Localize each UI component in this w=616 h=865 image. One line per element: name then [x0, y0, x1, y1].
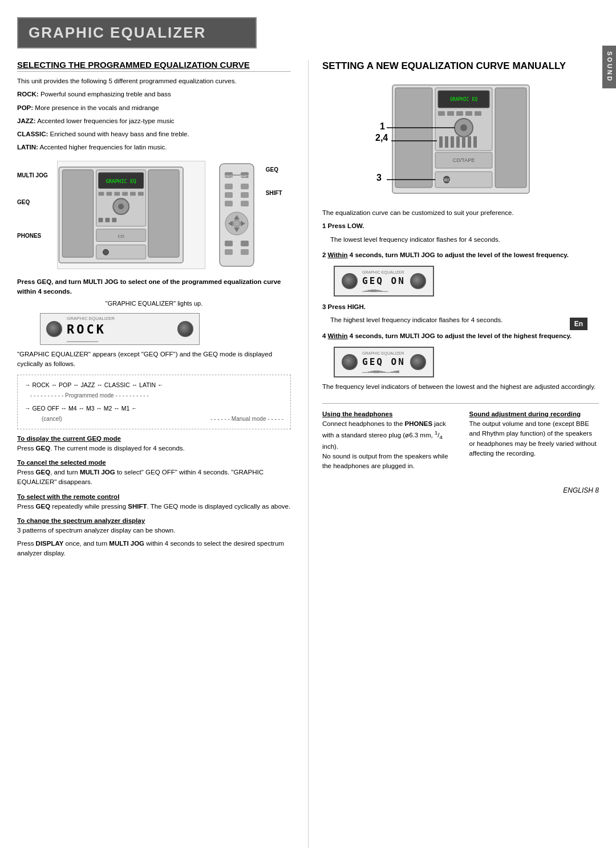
cancel-mode-title: To cancel the selected mode [17, 459, 291, 466]
svg-text:SHFT: SHFT [240, 174, 249, 178]
remote-svg: GEQ SHFT [217, 161, 257, 269]
svg-rect-50 [447, 111, 454, 116]
after-step4-text: The frequency level indicators of betwee… [322, 382, 599, 392]
display-geq-body: Press GEQ. The current mode is displayed… [17, 444, 291, 453]
cancel-mode-subsection: To cancel the selected mode Press GEQ, a… [17, 459, 291, 488]
geq-on-text-2: GEQ ON [362, 356, 406, 367]
recording-body: The output volume and tone (except BBE a… [469, 419, 599, 458]
step-4: 4 Within 4 seconds, turn MULTI JOG to ad… [322, 331, 599, 341]
headphones-section: Using the headphones Connect headphones … [322, 411, 452, 474]
svg-rect-49 [438, 111, 445, 116]
svg-text:GEQ: GEQ [225, 174, 233, 178]
svg-text:2,4: 2,4 [375, 133, 388, 143]
right-intro: The equalization curve can be customized… [322, 208, 599, 218]
curve-latin: LATIN: Accented higher frequencies for l… [17, 143, 291, 152]
spectrum-body2: Press DISPLAY once, and turn MULTI JOG w… [17, 539, 291, 559]
geq-appears-text: "GRAPHIC EQUALIZER" appears (except "GEQ… [17, 350, 291, 369]
display-geq-title: To display the current GEQ mode [17, 435, 291, 442]
svg-text:CD/TAPE: CD/TAPE [452, 157, 474, 163]
svg-rect-57 [445, 136, 448, 148]
right-column: SETTING A NEW EQUALIZATION CURVE MANUALL… [308, 60, 599, 848]
svg-text:CD: CD [117, 233, 124, 238]
curve-pop: POP: More presence in the vocals and mid… [17, 103, 291, 113]
svg-rect-28 [241, 184, 249, 189]
svg-point-13 [118, 204, 124, 209]
instruction-text: Press GEQ, and turn MULTI JOG to select … [17, 277, 291, 297]
svg-text:1: 1 [380, 121, 385, 131]
geq-on-display-1: GRAPHIC EQUALIZER GEQ ON ▁▂▃▄▄▃▂▁▁ [334, 266, 599, 297]
geq-on-text-1: GEQ ON [362, 275, 406, 286]
svg-rect-7 [106, 192, 112, 196]
svg-rect-58 [451, 136, 454, 148]
remote-control-body: Press GEQ repeatedly while pressing SHIF… [17, 502, 291, 511]
geq-on-display-2: GRAPHIC EQUALIZER GEQ ON ▁▁▂▃▄▄▃▂▁▁▂▃▄ [334, 347, 599, 377]
spectrum-title: To change the spectrum analyzer display [17, 517, 291, 524]
svg-rect-6 [98, 192, 104, 196]
svg-rect-30 [241, 192, 249, 198]
svg-rect-51 [456, 111, 463, 116]
svg-rect-27 [225, 184, 233, 189]
step-3: 3 Press HIGH. The highest level frequenc… [322, 302, 599, 326]
svg-rect-60 [462, 136, 465, 148]
svg-rect-42 [241, 249, 249, 255]
svg-rect-62 [473, 136, 477, 148]
cancel-mode-body: Press GEQ, and turn MULTI JOG to select"… [17, 468, 291, 488]
en-badge: En [570, 318, 587, 330]
bottom-section: Using the headphones Connect headphones … [322, 403, 599, 474]
curve-jazz: JAZZ: Accented lower frequencies for jaz… [17, 116, 291, 126]
svg-text:GEQ: GEQ [442, 178, 451, 182]
svg-rect-15 [105, 217, 110, 222]
left-column: SELECTING THE PROGRAMMED EQUALIZATION CU… [17, 60, 291, 848]
right-section-title: SETTING A NEW EQUALIZATION CURVE MANUALL… [322, 60, 599, 72]
rock-display: GRAPHIC EQUALIZER ROCK ▁▁▁▁▁▁▁▁▁▁▁ [40, 313, 291, 345]
curve-list: ROCK: Powerful sound emphasizing treble … [17, 90, 291, 152]
svg-rect-31 [225, 201, 233, 206]
svg-rect-10 [130, 192, 136, 196]
multi-jog-label: MULTI JOG [17, 172, 48, 178]
svg-rect-29 [225, 192, 233, 198]
svg-rect-8 [114, 192, 120, 196]
svg-rect-41 [225, 249, 233, 255]
svg-rect-44 [395, 88, 432, 188]
display-geq-subsection: To display the current GEQ mode Press GE… [17, 435, 291, 453]
intro-text: This unit provides the following 5 diffe… [17, 76, 291, 86]
recording-section: Sound adjustment during recording The ou… [469, 411, 599, 474]
svg-rect-14 [98, 217, 103, 222]
right-device-illustration: GRAPHIC EQ [322, 79, 599, 199]
spectrum-body1: 3 patterns of spectrum analyzer display … [17, 526, 291, 535]
svg-rect-61 [468, 136, 471, 148]
left-section-title: SELECTING THE PROGRAMMED EQUALIZATION CU… [17, 60, 291, 72]
svg-point-38 [233, 220, 240, 227]
curve-classic: CLASSIC: Enriched sound with heavy bass … [17, 129, 291, 139]
phones-label: PHONES [17, 233, 48, 239]
svg-text:GRAPHIC EQ: GRAPHIC EQ [106, 178, 136, 184]
remote-control-title: To select with the remote control [17, 493, 291, 500]
svg-rect-2 [148, 169, 179, 257]
svg-rect-16 [112, 217, 116, 222]
svg-point-55 [460, 124, 467, 131]
rock-text: ROCK [67, 322, 173, 336]
svg-rect-59 [456, 136, 460, 148]
main-device-svg: GRAPHIC EQ CD [57, 161, 205, 269]
step-2: 2 Within 4 seconds, turn MULTI JOG to ad… [322, 250, 599, 260]
recording-title: Sound adjustment during recording [469, 411, 599, 417]
svg-rect-53 [475, 111, 481, 116]
svg-rect-39 [225, 241, 233, 246]
svg-rect-1 [62, 169, 93, 257]
english-footer: ENGLISH 8 [322, 486, 599, 494]
headphones-title: Using the headphones [322, 411, 452, 417]
svg-rect-11 [138, 192, 144, 196]
mode-diagram: → ROCK ↔ POP ↔ JAZZ ↔ CLASSIC ↔ LATIN ← … [17, 375, 291, 429]
geq-remote-label: GEQ [266, 166, 282, 173]
svg-rect-52 [465, 111, 472, 116]
curve-rock: ROCK: Powerful sound emphasizing treble … [17, 90, 291, 99]
svg-rect-40 [241, 241, 249, 246]
svg-rect-56 [439, 136, 443, 148]
remote-control-subsection: To select with the remote control Press … [17, 493, 291, 511]
svg-text:GRAPHIC EQ: GRAPHIC EQ [449, 97, 477, 102]
step-1: 1 Press LOW. The lowest level frequency … [322, 221, 599, 245]
shift-remote-label: SHIFT [266, 190, 282, 196]
svg-rect-9 [122, 192, 128, 196]
lights-up-text: "GRAPHIC EQUALIZER" lights up. [17, 299, 291, 308]
geq-label-left: GEQ [17, 199, 48, 205]
